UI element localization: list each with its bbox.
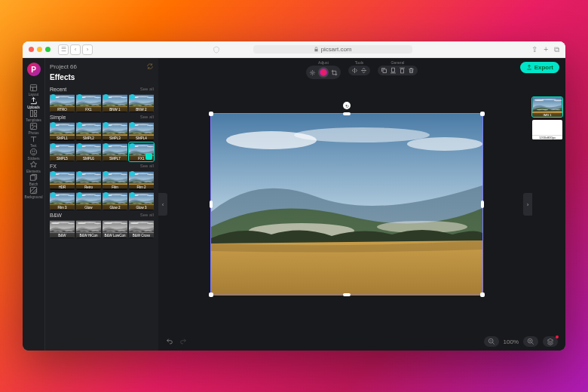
flip-h-icon[interactable] [351, 67, 358, 74]
effect-thumb[interactable]: Glow 3 [129, 191, 154, 210]
duplicate-icon[interactable] [381, 67, 387, 74]
rotate-handle[interactable]: ↻ [343, 102, 351, 109]
close-window[interactable] [29, 47, 34, 52]
effect-label: SMPL2 [76, 136, 101, 141]
left-icon-bar: P LayoutUploadsTemplatesPhotosTextSticke… [23, 58, 45, 351]
nav-batch[interactable]: Batch [26, 173, 42, 186]
redo-button[interactable] [179, 338, 187, 345]
resize-tm[interactable] [343, 112, 351, 115]
effect-thumb[interactable]: B&W [50, 219, 75, 238]
effect-thumb[interactable]: Film [103, 170, 127, 189]
effect-thumb[interactable]: HDR [50, 170, 75, 189]
see-all[interactable]: See all [140, 115, 154, 120]
resize-br[interactable] [480, 292, 485, 297]
effect-thumb[interactable]: B&W Cross [129, 219, 154, 238]
export-button[interactable]: Export [520, 62, 559, 73]
sidebar-toggle[interactable]: ☰ [58, 44, 69, 55]
premium-badge-icon [77, 192, 82, 198]
prev-arrow[interactable]: ‹ [158, 193, 167, 216]
next-arrow[interactable]: › [523, 193, 532, 216]
effect-label: Film 3 [50, 205, 75, 210]
see-all[interactable]: See all [140, 164, 154, 169]
nav-background[interactable]: Background [26, 186, 42, 199]
nav-templates[interactable]: Templates [26, 109, 42, 122]
effect-thumb[interactable]: Retro [76, 170, 101, 189]
elements-icon [29, 161, 38, 169]
effect-thumb[interactable]: BNW 1 [103, 93, 127, 112]
effect-thumb[interactable]: RTRO [50, 93, 75, 112]
refresh-icon[interactable] [146, 63, 154, 70]
resize-tl[interactable] [209, 112, 213, 116]
see-all[interactable]: See all [140, 87, 154, 92]
effect-thumb[interactable]: B&W LowCon [103, 219, 127, 238]
app-root: P LayoutUploadsTemplatesPhotosTextSticke… [23, 58, 565, 351]
front-icon[interactable] [390, 67, 397, 74]
effect-thumb[interactable]: Glow [76, 191, 101, 210]
effect-thumb[interactable]: FX1 [76, 93, 101, 112]
effect-thumb[interactable]: SMPL3 [103, 121, 127, 140]
nav-back[interactable]: ‹ [70, 44, 81, 55]
effect-label: BNW 1 [103, 107, 127, 112]
add-icon[interactable]: + [544, 45, 548, 54]
adjust-icon[interactable] [309, 69, 316, 76]
resize-lm[interactable] [210, 201, 213, 208]
nav-elements[interactable]: Elements [26, 161, 42, 173]
effect-thumb[interactable]: SMPL1 [50, 121, 75, 140]
zoom-out[interactable] [484, 336, 499, 347]
effect-thumb[interactable]: FX1 [129, 142, 154, 161]
nav-stickers[interactable]: Stickers [26, 148, 42, 161]
share-icon[interactable]: ⇪ [531, 45, 537, 54]
effect-thumb[interactable]: SMPL5 [50, 142, 75, 161]
resize-rm[interactable] [481, 201, 484, 208]
back-icon[interactable] [399, 67, 406, 74]
top-toolbar: AdjustToolsGeneral Export [158, 58, 565, 76]
effect-thumb[interactable]: Film 2 [129, 170, 154, 189]
text-icon [29, 135, 38, 143]
nav-upload[interactable]: Uploads [26, 96, 42, 109]
minimize-window[interactable] [37, 47, 42, 52]
svg-point-12 [30, 149, 36, 155]
photos-icon [29, 122, 38, 130]
effect-thumb[interactable]: BNW 2 [129, 93, 154, 112]
flip-v-icon[interactable] [360, 67, 367, 74]
delete-icon[interactable] [408, 67, 415, 74]
effect-thumb[interactable]: SMPL6 [76, 142, 101, 161]
layer-thumb[interactable]: 1200x800px [532, 120, 562, 139]
nav-fwd[interactable]: › [82, 44, 93, 55]
tabs-icon[interactable]: ⧉ [554, 45, 559, 54]
canvas[interactable]: ↻ [211, 114, 482, 295]
resize-bm[interactable] [343, 293, 351, 296]
svg-rect-20 [401, 69, 404, 73]
crop-icon[interactable] [331, 69, 338, 76]
canvas-image[interactable] [211, 114, 482, 295]
stickers-icon [29, 148, 38, 156]
nav-text[interactable]: Text [26, 135, 42, 148]
see-all[interactable]: See all [140, 213, 154, 218]
zoom-value[interactable]: 100% [504, 338, 519, 345]
nav-photos[interactable]: Photos [26, 122, 42, 135]
effect-thumb[interactable]: Glow 2 [103, 191, 127, 210]
effect-thumb[interactable]: SMPL4 [129, 121, 154, 140]
zoom-in[interactable] [523, 336, 538, 347]
undo-button[interactable] [166, 338, 173, 345]
nav-layout[interactable]: Layout [26, 84, 42, 96]
effect-thumb[interactable]: Film 3 [50, 191, 75, 210]
effect-label: B&W Cross [129, 233, 154, 238]
resize-tr[interactable] [480, 112, 485, 116]
address-bar[interactable]: picsart.com [253, 45, 412, 54]
window-controls[interactable] [29, 47, 51, 52]
maximize-window[interactable] [45, 47, 51, 52]
project-name[interactable]: Project 66 [50, 63, 77, 70]
effect-thumb[interactable]: B&W HiCon [76, 219, 101, 238]
svg-rect-18 [383, 69, 387, 73]
effect-thumb[interactable]: SMPL2 [76, 121, 101, 140]
effect-thumb[interactable]: SMPL7 [103, 142, 127, 161]
app-logo[interactable]: P [27, 63, 41, 76]
section-name: FX [50, 164, 57, 169]
effect-label: Retro [76, 185, 101, 190]
canvas-area: AdjustToolsGeneral Export ‹ › ↻ [158, 58, 565, 351]
resize-bl[interactable] [209, 292, 213, 297]
browser-chrome: ☰ ‹ › picsart.com ⇪ + ⧉ [23, 41, 565, 58]
layer-thumb[interactable]: IMG 1 [532, 97, 562, 117]
layers-button[interactable] [543, 336, 558, 347]
